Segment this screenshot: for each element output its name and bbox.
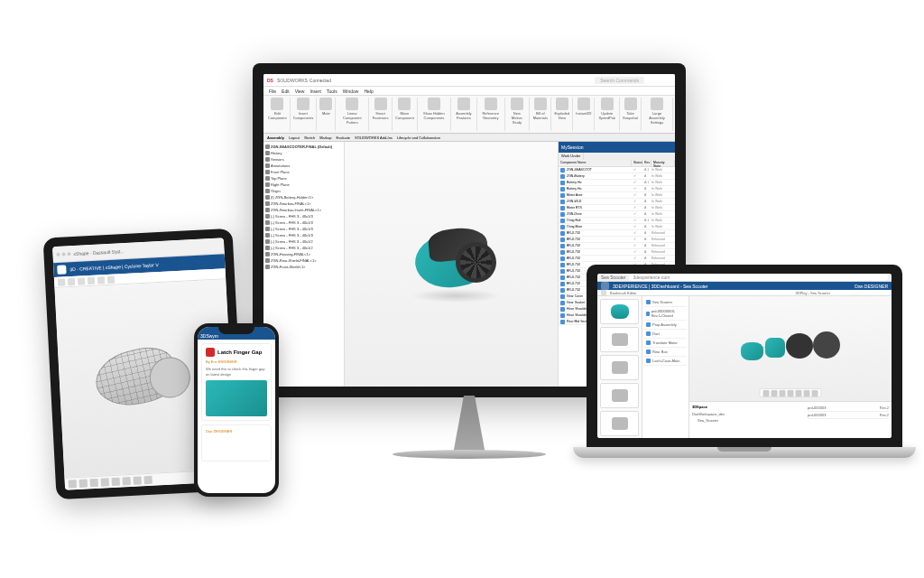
tree-item[interactable]: ZGN-Housing-FINAL<1> xyxy=(265,251,342,257)
ribbon-button[interactable]: Bill of Materials xyxy=(530,98,551,131)
component-list[interactable]: Sea Scooterprd-00000003-Rev.1-ClosedProp… xyxy=(642,296,689,438)
toolbar-item[interactable]: Bookmark Editor xyxy=(610,291,637,295)
post-author[interactable]: By Eric ENGINEER xyxy=(206,359,267,364)
tool-icon[interactable] xyxy=(97,276,105,284)
tool-icon[interactable] xyxy=(88,276,95,284)
address-bar[interactable]: 3dexperience.com xyxy=(629,274,888,281)
menu-icon[interactable] xyxy=(601,290,606,295)
bottom-tool-icon[interactable] xyxy=(112,478,120,486)
ribbon-button[interactable]: Large Assembly Settings xyxy=(642,98,673,131)
thumbnail[interactable] xyxy=(600,299,639,324)
bottom-tool-icon[interactable] xyxy=(69,480,77,488)
ribbon-button[interactable]: Smart Fasteners xyxy=(369,98,393,131)
tree-item[interactable]: Annotations xyxy=(265,163,342,169)
panel-row[interactable]: Motor Asse✓AIn Work xyxy=(559,192,675,199)
ribbon-tab[interactable]: Assembly xyxy=(267,135,284,140)
panel-row[interactable]: ZGN-Battery✓AIn Work xyxy=(559,173,675,180)
panel-row[interactable]: BR-0.750✓AReleased xyxy=(559,230,675,237)
panel-row[interactable]: Oring Bolt✓A.1In Work xyxy=(559,218,675,224)
tree-item[interactable]: (-) Screw - FHS 3 - 40x1/2 xyxy=(265,245,342,251)
bottom-row[interactable]: prd-000003Rev.2 xyxy=(808,405,889,412)
ribbon-button[interactable]: Move Component xyxy=(393,98,418,131)
panel-row[interactable]: BR-0.750✓AReleased xyxy=(559,243,675,249)
tree-item[interactable]: Sensors xyxy=(265,156,342,163)
ribbon-tab[interactable]: SOLIDWORKS Add-Ins xyxy=(355,135,393,140)
3d-viewport[interactable] xyxy=(345,142,558,387)
thumbnail[interactable] xyxy=(600,355,639,380)
bottom-rows[interactable]: prd-000003Rev.2prd-000003Rev.2 xyxy=(808,405,889,436)
tree-item[interactable]: (-) Screw - FHS 3 - 40x1/3 xyxy=(265,226,342,232)
tree-item[interactable]: Top Plane xyxy=(265,175,342,182)
ribbon-button[interactable]: New Motion Study xyxy=(505,98,531,131)
panel-tab-workunder[interactable]: Work Under xyxy=(559,153,584,160)
list-item[interactable]: Rear Box xyxy=(644,348,687,357)
menu-edit[interactable]: Edit xyxy=(282,89,290,94)
ribbon-button[interactable]: Update SpeedPak xyxy=(595,98,620,131)
panel-row[interactable]: Battery Ho✓A.1In Work xyxy=(559,180,675,186)
tree-item[interactable]: ZGN-Rear-Shield-FINAL<1> xyxy=(265,257,342,264)
bottom-tool-icon[interactable] xyxy=(123,477,131,485)
menu-view[interactable]: View xyxy=(295,89,305,94)
menu-file[interactable]: File xyxy=(269,89,276,94)
ribbon-tab[interactable]: Evaluate xyxy=(337,135,351,140)
list-item[interactable]: Translate Motor xyxy=(644,339,687,348)
ribbon-button[interactable]: Show Hidden Components xyxy=(418,98,451,131)
view-tool-icon[interactable] xyxy=(763,390,770,396)
view-tool-icon[interactable] xyxy=(812,390,818,396)
ribbon-tab[interactable]: Layout xyxy=(289,135,300,140)
tree-item[interactable]: Front Plane xyxy=(265,169,342,175)
reply-author[interactable]: Dan DESIGNER xyxy=(206,429,267,434)
bottom-row[interactable]: prd-000003Rev.2 xyxy=(808,412,889,419)
reply-card[interactable]: Dan DESIGNER xyxy=(201,424,272,461)
panel-row[interactable]: ZGN-WLD✓AIn Work xyxy=(559,199,675,205)
search-command-input[interactable]: Search Commands xyxy=(595,77,644,84)
view-tool-icon[interactable] xyxy=(772,390,778,396)
thumbnail-column[interactable] xyxy=(597,296,642,438)
menu-insert[interactable]: Insert xyxy=(310,89,321,94)
tree-item[interactable]: ZGN-Gearbox-Insert-FINAL<1> xyxy=(265,207,342,213)
menu-window[interactable]: Window xyxy=(343,89,359,94)
list-item[interactable]: Latch-Case-Main xyxy=(644,357,687,366)
tree-item[interactable]: Origin xyxy=(265,188,342,194)
panel-row[interactable]: ZGN-Drive✓AIn Work xyxy=(559,211,675,218)
tree-item[interactable]: ZGN-Front-Shield<1> xyxy=(265,264,342,270)
panel-row[interactable]: BR-0.750✓AReleased xyxy=(559,256,675,262)
panel-row[interactable]: Battery Ho✓AIn Work xyxy=(559,186,675,192)
bottom-tool-icon[interactable] xyxy=(134,476,142,484)
panel-row[interactable]: BR-0.750✓AReleased xyxy=(559,237,675,243)
panel-row[interactable]: Oring Main✓AIn Work xyxy=(559,224,675,230)
ribbon-button[interactable]: Linear Component Pattern xyxy=(336,98,369,131)
list-item[interactable]: prd-00000003-Rev.1-Closed xyxy=(644,307,687,321)
ribbon-button[interactable]: Exploded View xyxy=(551,98,573,131)
tool-icon[interactable] xyxy=(68,277,75,284)
tree-item[interactable]: (-) Screw - FHS 3 - 40x1/3 xyxy=(265,213,342,219)
view-tool-icon[interactable] xyxy=(788,390,794,396)
thumbnail[interactable] xyxy=(600,383,639,408)
tree-item[interactable]: (f) ZGN-Battery-Holder<1> xyxy=(265,194,342,200)
ribbon-tab[interactable]: Lifecycle and Collaboration xyxy=(397,135,440,140)
tree-item[interactable]: History xyxy=(265,150,342,156)
list-item[interactable]: Duct xyxy=(644,330,687,339)
bottom-tool-icon[interactable] xyxy=(101,478,109,486)
bottom-tool-icon[interactable] xyxy=(79,479,88,487)
ribbon-button[interactable]: Instant3D xyxy=(573,98,595,131)
compass-logo-icon[interactable] xyxy=(57,265,67,275)
tree-item[interactable]: Right Plane xyxy=(265,182,342,188)
ribbon-tab[interactable]: Sketch xyxy=(304,135,315,140)
ribbon-button[interactable]: Take Snapshot xyxy=(620,98,642,131)
tool-icon[interactable] xyxy=(107,275,115,283)
tree-item[interactable]: ZGN-Gearbox-FINAL<1> xyxy=(265,200,342,207)
ribbon-button[interactable]: Assembly Features xyxy=(451,98,477,131)
browser-tab-title[interactable]: xShape - Dassault Syst... xyxy=(73,248,124,256)
thumbnail[interactable] xyxy=(600,411,639,436)
bottom-tree[interactable]: DanWorkspace_dev Sea_Scooter xyxy=(692,411,804,424)
ribbon-button[interactable]: Insert Components xyxy=(291,98,318,131)
phone-feed[interactable]: Latch Finger Gap By Eric ENGINEER We nee… xyxy=(198,340,275,493)
post-image[interactable] xyxy=(206,380,267,416)
ribbon-button[interactable]: Edit Component xyxy=(265,98,291,131)
header-user[interactable]: Dan DESIGNER xyxy=(855,284,888,289)
tool-icon[interactable] xyxy=(58,278,65,285)
menu-help[interactable]: Help xyxy=(364,89,373,94)
tree-item[interactable]: (-) Screw - FHS 3 - 40x1/2 xyxy=(265,238,342,245)
ribbon-button[interactable]: Reference Geometry xyxy=(477,98,505,131)
